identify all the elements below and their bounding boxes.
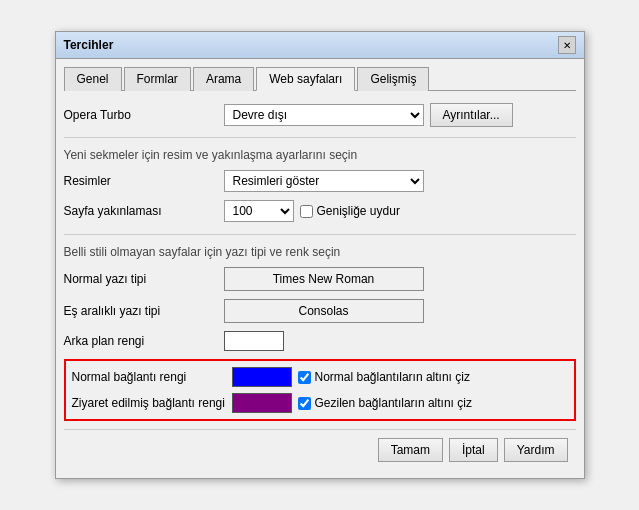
- link-colors-box: Normal bağlantı rengi Normal bağlantılar…: [64, 359, 576, 421]
- title-bar: Tercihler ✕: [56, 32, 584, 59]
- divider-1: [64, 137, 576, 138]
- footer: Tamam İptal Yardım: [64, 429, 576, 470]
- opera-turbo-select[interactable]: Devre dışı: [224, 104, 424, 126]
- opera-turbo-row: Opera Turbo Devre dışı Ayrıntılar...: [64, 103, 576, 127]
- resimler-label: Resimler: [64, 174, 224, 188]
- normal-baglanti-checkbox-row: Normal bağlantıların altını çiz: [298, 370, 470, 384]
- opera-turbo-label: Opera Turbo: [64, 108, 224, 122]
- resimler-controls: Resimleri göster: [224, 170, 576, 192]
- main-content: Genel Formlar Arama Web sayfaları Gelişm…: [56, 59, 584, 478]
- divider-2: [64, 234, 576, 235]
- normal-baglanti-checkbox-label: Normal bağlantıların altını çiz: [315, 370, 470, 384]
- normal-yazi-label: Normal yazı tipi: [64, 272, 224, 286]
- tab-web-sayfalari[interactable]: Web sayfaları: [256, 67, 355, 91]
- ziyaret-baglanti-label: Ziyaret edilmiş bağlantı rengi: [72, 396, 232, 410]
- section1-label: Yeni sekmeler için resim ve yakınlaşma a…: [64, 148, 576, 162]
- es-aralikli-controls: Consolas: [224, 299, 576, 323]
- arka-plan-rengi-label: Arka plan rengi: [64, 334, 224, 348]
- ziyaret-baglanti-swatch[interactable]: [232, 393, 292, 413]
- tab-gelismis[interactable]: Gelişmiş: [357, 67, 429, 91]
- sayfa-yakinlasmasi-row: Sayfa yakınlaması 100 Genişliğe uydur: [64, 200, 576, 222]
- section2-label: Belli stili olmayan sayfalar için yazı t…: [64, 245, 576, 259]
- sayfa-yakinlasmasi-controls: 100 Genişliğe uydur: [224, 200, 576, 222]
- tab-bar: Genel Formlar Arama Web sayfaları Gelişm…: [64, 67, 576, 91]
- tamam-button[interactable]: Tamam: [378, 438, 443, 462]
- ayrintilar-button[interactable]: Ayrıntılar...: [430, 103, 513, 127]
- normal-yazi-controls: Times New Roman: [224, 267, 576, 291]
- normal-baglanti-label: Normal bağlantı rengi: [72, 370, 232, 384]
- genislige-uydur-label: Genişliğe uydur: [317, 204, 400, 218]
- opera-turbo-controls: Devre dışı Ayrıntılar...: [224, 103, 576, 127]
- resimler-select[interactable]: Resimleri göster: [224, 170, 424, 192]
- arka-plan-rengi-swatch[interactable]: [224, 331, 284, 351]
- genislige-uydur-checkbox[interactable]: [300, 205, 313, 218]
- normal-yazi-row: Normal yazı tipi Times New Roman: [64, 267, 576, 291]
- preferences-window: Tercihler ✕ Genel Formlar Arama Web sayf…: [55, 31, 585, 479]
- ziyaret-baglanti-row: Ziyaret edilmiş bağlantı rengi Gezilen b…: [72, 393, 568, 413]
- normal-baglanti-swatch[interactable]: [232, 367, 292, 387]
- close-button[interactable]: ✕: [558, 36, 576, 54]
- ziyaret-baglanti-checkbox-label: Gezilen bağlantıların altını çiz: [315, 396, 472, 410]
- sayfa-yakinlasmasi-select[interactable]: 100: [224, 200, 294, 222]
- iptal-button[interactable]: İptal: [449, 438, 498, 462]
- arka-plan-rengi-row: Arka plan rengi: [64, 331, 576, 351]
- genislige-uydur-row: Genişliğe uydur: [300, 204, 400, 218]
- tab-formlar[interactable]: Formlar: [124, 67, 191, 91]
- normal-baglanti-checkbox[interactable]: [298, 371, 311, 384]
- tab-arama[interactable]: Arama: [193, 67, 254, 91]
- close-icon: ✕: [563, 40, 571, 51]
- resimler-row: Resimler Resimleri göster: [64, 170, 576, 192]
- ziyaret-baglanti-controls: Gezilen bağlantıların altını çiz: [232, 393, 568, 413]
- ziyaret-baglanti-checkbox[interactable]: [298, 397, 311, 410]
- arka-plan-rengi-controls: [224, 331, 576, 351]
- normal-baglanti-controls: Normal bağlantıların altını çiz: [232, 367, 568, 387]
- ziyaret-baglanti-checkbox-row: Gezilen bağlantıların altını çiz: [298, 396, 472, 410]
- normal-yazi-button[interactable]: Times New Roman: [224, 267, 424, 291]
- yardim-button[interactable]: Yardım: [504, 438, 568, 462]
- normal-baglanti-row: Normal bağlantı rengi Normal bağlantılar…: [72, 367, 568, 387]
- es-aralikli-label: Eş aralıklı yazı tipi: [64, 304, 224, 318]
- tab-genel[interactable]: Genel: [64, 67, 122, 91]
- es-aralikli-row: Eş aralıklı yazı tipi Consolas: [64, 299, 576, 323]
- window-title: Tercihler: [64, 38, 114, 52]
- es-aralikli-button[interactable]: Consolas: [224, 299, 424, 323]
- sayfa-yakinlasmasi-label: Sayfa yakınlaması: [64, 204, 224, 218]
